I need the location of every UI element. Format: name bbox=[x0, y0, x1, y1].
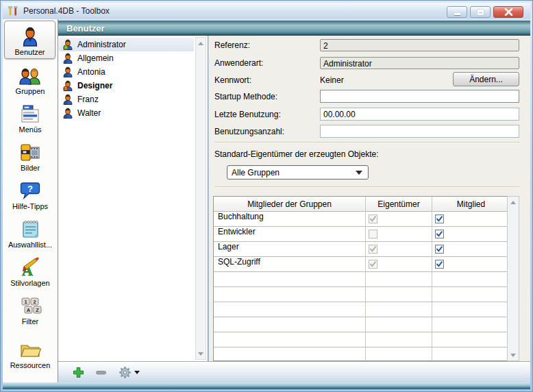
table-row[interactable]: Buchhaltung bbox=[214, 212, 510, 227]
letzte-benutzung-label: Letzte Benutzung: bbox=[214, 110, 281, 119]
checkbox[interactable] bbox=[435, 245, 444, 254]
sidebar-item-stilvorlagen[interactable]: A Stilvorlagen bbox=[3, 251, 58, 289]
chevron-down-icon bbox=[356, 171, 362, 175]
settings-chevron-down-icon[interactable] bbox=[134, 371, 140, 374]
anwenderart-field: Administrator bbox=[320, 57, 519, 69]
restore-button[interactable] bbox=[470, 6, 491, 18]
remove-user-button[interactable] bbox=[93, 365, 108, 380]
checkbox bbox=[369, 245, 377, 254]
sidebar-item-label: Filter bbox=[22, 317, 38, 326]
user-list-panel: A Administrator Allgemein Antonia S Desi… bbox=[58, 36, 208, 361]
styles-icon: A bbox=[18, 256, 42, 278]
anwenderart-label: Anwenderart: bbox=[214, 58, 263, 68]
user-name: Antonia bbox=[77, 67, 106, 77]
settings-menu-button[interactable] bbox=[117, 365, 132, 380]
owner-group-dropdown[interactable]: Alle Gruppen bbox=[227, 165, 369, 180]
table-header-cell[interactable]: Eigentümer bbox=[366, 197, 432, 211]
section-title: Benutzer bbox=[58, 23, 105, 34]
app-toolbox-icon bbox=[7, 5, 19, 17]
table-header-cell[interactable]: Mitglied bbox=[432, 197, 510, 211]
table-row[interactable]: SQL-Zugriff bbox=[214, 257, 510, 272]
svg-text:A: A bbox=[64, 45, 67, 49]
table-row-empty bbox=[214, 347, 510, 361]
user-name: Franz bbox=[77, 95, 99, 104]
separator bbox=[214, 142, 520, 143]
sidebar-item-filter[interactable]: 12 AZ Filter bbox=[3, 289, 58, 328]
user-icon bbox=[62, 94, 73, 105]
checkbox[interactable] bbox=[435, 215, 444, 223]
sidebar-item-ressourcen[interactable]: Ressourcen bbox=[3, 333, 58, 371]
user-list-scrollbar[interactable] bbox=[195, 37, 206, 360]
sidebar-item-label: Stilvorlagen bbox=[10, 279, 49, 287]
scroll-up-icon[interactable] bbox=[508, 197, 518, 208]
scroll-down-icon[interactable] bbox=[508, 350, 518, 360]
sidebar-item-label: Benutzer bbox=[14, 48, 45, 56]
benutzungsanzahl-input[interactable] bbox=[320, 125, 519, 138]
sidebar-item-menüs[interactable]: Menüs bbox=[3, 97, 58, 136]
table-row-empty bbox=[214, 317, 510, 332]
user-icon bbox=[62, 53, 73, 64]
scroll-up-icon[interactable] bbox=[196, 38, 206, 49]
user-list-item[interactable]: A Administrator bbox=[59, 38, 194, 51]
toolbox-window: Personal.4DB - Toolbox Benutzer Gruppen bbox=[0, 0, 533, 392]
table-row[interactable]: Entwickler bbox=[214, 227, 510, 242]
user-detail-panel: Referenz: 2 Anwenderart: Administrator K… bbox=[209, 36, 530, 361]
title-bar[interactable]: Personal.4DB - Toolbox bbox=[3, 3, 530, 19]
group-membership-table: Mitglieder der GruppenEigentümerMitglied… bbox=[213, 196, 510, 361]
table-row-empty bbox=[214, 332, 510, 347]
checkbox[interactable] bbox=[435, 260, 444, 269]
sidebar-item-auswahllist-[interactable]: Auswahllist... bbox=[3, 212, 58, 251]
change-password-button[interactable]: Ändern... bbox=[453, 72, 519, 86]
sidebar-item-bilder[interactable]: Bilder bbox=[3, 136, 58, 174]
sidebar-item-gruppen[interactable]: Gruppen bbox=[3, 59, 58, 97]
user-list-item[interactable]: Franz bbox=[59, 93, 194, 106]
folder-icon bbox=[18, 339, 42, 360]
sidebar-item-label: Bilder bbox=[21, 164, 40, 172]
user-icon: S bbox=[62, 80, 73, 91]
kennwort-value: Keiner bbox=[320, 75, 344, 85]
checkbox[interactable] bbox=[435, 230, 444, 238]
window-title: Personal.4DB - Toolbox bbox=[23, 6, 110, 16]
group-name: Entwickler bbox=[214, 224, 256, 236]
checkbox bbox=[369, 260, 377, 269]
add-user-button[interactable] bbox=[71, 365, 86, 380]
category-sidebar: Benutzer Gruppen Menüs Bilder ? Hilfe-Ti… bbox=[3, 19, 58, 382]
user-name: Designer bbox=[77, 81, 112, 90]
table-scrollbar[interactable] bbox=[507, 196, 519, 361]
separator bbox=[214, 186, 520, 188]
startup-methode-input[interactable] bbox=[320, 90, 519, 103]
minus-icon bbox=[95, 367, 107, 378]
user-name: Walter bbox=[77, 108, 101, 118]
user-list-item[interactable]: Allgemein bbox=[59, 51, 194, 65]
group-name: SQL-Zugriff bbox=[214, 254, 260, 267]
group-name: Buchhaltung bbox=[214, 209, 264, 221]
svg-text:1: 1 bbox=[24, 299, 27, 305]
checkbox bbox=[369, 230, 377, 238]
user-list-item[interactable]: Antonia bbox=[59, 65, 194, 79]
letzte-benutzung-input[interactable] bbox=[320, 108, 519, 121]
minimize-icon bbox=[454, 13, 460, 15]
checkbox bbox=[369, 215, 377, 223]
sidebar-item-benutzer[interactable]: Benutzer bbox=[4, 21, 55, 59]
restore-icon bbox=[478, 10, 484, 15]
close-button[interactable] bbox=[493, 6, 523, 18]
scroll-down-icon[interactable] bbox=[196, 348, 206, 359]
sidebar-item-label: Ressourcen bbox=[10, 361, 51, 369]
group-name: Lager bbox=[214, 239, 239, 252]
help-bubble-icon: ? bbox=[18, 180, 42, 201]
user-list-item[interactable]: Walter bbox=[59, 106, 194, 120]
svg-text:2: 2 bbox=[33, 299, 36, 305]
standard-owner-label: Standard-Eigentümer der erzeugten Objekt… bbox=[214, 149, 378, 159]
table-row-empty bbox=[214, 287, 510, 302]
minimize-button[interactable] bbox=[447, 6, 467, 18]
sidebar-item-label: Gruppen bbox=[16, 87, 45, 95]
user-list-item[interactable]: S Designer bbox=[59, 79, 194, 93]
user-icon bbox=[62, 66, 73, 77]
sidebar-item-label: Auswahllist... bbox=[8, 241, 52, 249]
table-row-empty bbox=[214, 272, 510, 287]
sidebar-item-hilfe-tipps[interactable]: ? Hilfe-Tipps bbox=[3, 174, 58, 212]
user-name: Allgemein bbox=[77, 53, 114, 63]
section-header: Benutzer bbox=[58, 21, 530, 36]
user-name: Administrator bbox=[77, 40, 126, 49]
benutzungsanzahl-label: Benutzungsanzahl: bbox=[214, 127, 284, 136]
